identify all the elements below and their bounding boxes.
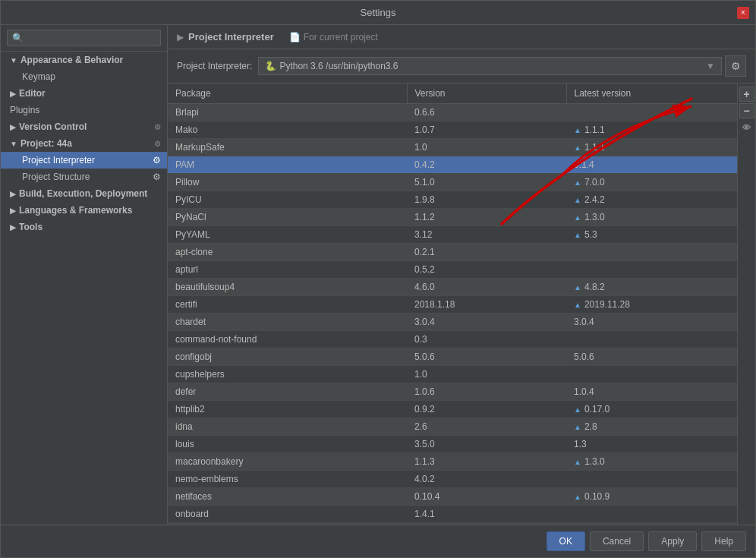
table-row[interactable]: httplib20.9.2▲0.17.0 (168, 401, 737, 418)
update-arrow-icon: ▲ (574, 126, 581, 134)
sidebar-label: Version Control (19, 121, 87, 132)
col-header-version: Version (407, 84, 566, 104)
table-row[interactable]: nemo-emblems4.0.2 (168, 471, 737, 488)
package-name-cell: apturl (168, 261, 407, 279)
table-row[interactable]: beautifulsoup44.6.0▲4.8.2 (168, 279, 737, 296)
table-row[interactable]: Mako1.0.7▲1.1.1 (168, 121, 737, 139)
package-latest-cell (566, 366, 737, 383)
update-arrow-icon: ▲ (574, 213, 581, 222)
sidebar-item-languages[interactable]: ▶ Languages & Frameworks (1, 202, 167, 219)
table-row[interactable]: configobj5.0.65.0.6 (168, 348, 737, 366)
interpreter-gear-button[interactable]: ⚙ (725, 55, 746, 77)
sidebar-item-keymap[interactable]: Keymap (1, 68, 167, 85)
title-bar: Settings × (1, 1, 755, 25)
expand-arrow: ▼ (10, 56, 17, 65)
sidebar-item-project[interactable]: ▼ Project: 44a ⚙ (1, 135, 167, 152)
dropdown-arrow: ▼ (706, 61, 715, 71)
sidebar-label: Project: 44a (20, 138, 72, 149)
table-row[interactable]: Pillow5.1.0▲7.0.0 (168, 174, 737, 191)
package-latest-cell (566, 244, 737, 261)
sidebar-label: Tools (19, 222, 43, 232)
interpreter-label: Project Interpreter: (177, 61, 252, 71)
table-row[interactable]: certifi2018.1.18▲2019.11.28 (168, 296, 737, 314)
sidebar-label: Appearance & Behavior (20, 55, 123, 65)
add-package-button[interactable]: + (739, 87, 754, 102)
ok-button[interactable]: OK (547, 531, 585, 551)
table-row[interactable]: netifaces0.10.4▲0.10.9 (168, 488, 737, 506)
table-row[interactable]: apt-clone0.2.1 (168, 244, 737, 261)
table-row[interactable]: MarkupSafe1.0▲1.1.1 (168, 139, 737, 156)
sidebar-item-appearance-behavior[interactable]: ▼ Appearance & Behavior (1, 52, 167, 68)
package-version-cell: 1.4.1 (407, 506, 566, 523)
table-row[interactable]: PyNaCl1.1.2▲1.3.0 (168, 209, 737, 226)
expand-arrow: ▶ (10, 90, 16, 98)
table-row[interactable]: chardet3.0.43.0.4 (168, 314, 737, 331)
eye-button[interactable]: 👁 (739, 120, 754, 135)
table-row[interactable]: command-not-found0.3 (168, 331, 737, 348)
package-version-cell: 0.6.6 (407, 104, 566, 121)
package-version-cell: 4.2.1 (407, 523, 566, 525)
package-name-cell: onboard (168, 506, 407, 523)
package-table-container[interactable]: Package Version Latest version Brlapi0.6… (168, 84, 737, 525)
package-latest-cell: ▲4.8.0 (566, 523, 737, 525)
package-name-cell: nemo-emblems (168, 471, 407, 488)
apply-button[interactable]: Apply (648, 531, 697, 551)
sidebar-item-tools[interactable]: ▶ Tools (1, 219, 167, 235)
package-version-cell: 1.0 (407, 139, 566, 156)
package-latest-cell: ▲7.0.0 (566, 174, 737, 191)
cancel-button[interactable]: Cancel (590, 531, 644, 551)
table-header-row: Package Version Latest version (168, 84, 737, 104)
expand-arrow: ▼ (10, 140, 17, 148)
interpreter-row: Project Interpreter: 🐍 Python 3.6 /usr/b… (168, 49, 755, 84)
package-version-cell: 1.1.3 (407, 453, 566, 471)
package-latest-cell: 5.0.6 (566, 348, 737, 366)
sidebar-label: Keymap (22, 71, 55, 82)
table-row[interactable]: PAM0.4.20.1.4 (168, 156, 737, 174)
package-version-cell: 0.9.2 (407, 401, 566, 418)
sidebar-item-version-control[interactable]: ▶ Version Control ⚙ (1, 118, 167, 135)
table-row[interactable]: defer1.0.61.0.4 (168, 383, 737, 401)
table-row[interactable]: PyYAML3.12▲5.3 (168, 226, 737, 244)
table-row[interactable]: macaroonbakery1.1.3▲1.3.0 (168, 453, 737, 471)
search-input[interactable] (7, 30, 161, 46)
package-latest-cell: ▲1.3.0 (566, 209, 737, 226)
table-row[interactable]: PyICU1.9.8▲2.4.2 (168, 191, 737, 209)
table-row[interactable]: Brlapi0.6.6 (168, 104, 737, 121)
sidebar-item-editor[interactable]: ▶ Editor (1, 85, 167, 102)
sidebar-item-build[interactable]: ▶ Build, Execution, Deployment (1, 185, 167, 202)
package-name-cell: command-not-found (168, 331, 407, 348)
breadcrumb-subtitle: For current project (304, 32, 378, 43)
table-row[interactable]: louis3.5.01.3 (168, 436, 737, 453)
bottom-bar: OK Cancel Apply Help (1, 525, 755, 557)
package-version-cell: 0.10.4 (407, 488, 566, 506)
table-row[interactable]: apturl0.5.2 (168, 261, 737, 279)
close-button[interactable]: × (737, 7, 749, 19)
update-arrow-icon: ▲ (574, 301, 581, 309)
package-latest-cell: ▲1.1.1 (566, 139, 737, 156)
package-name-cell: PyYAML (168, 226, 407, 244)
table-row[interactable]: cupshelpers1.0 (168, 366, 737, 383)
sidebar-item-project-interpreter[interactable]: Project Interpreter ⚙ (1, 152, 167, 169)
package-table-body: Brlapi0.6.6Mako1.0.7▲1.1.1MarkupSafe1.0▲… (168, 104, 737, 525)
interpreter-config-icon: ⚙ (153, 155, 161, 166)
sidebar-item-plugins[interactable]: Plugins (1, 102, 167, 118)
update-arrow-icon: ▲ (574, 423, 581, 431)
table-row[interactable]: onboard1.4.1 (168, 506, 737, 523)
package-name-cell: chardet (168, 314, 407, 331)
main-panel: ▶ Project Interpreter 📄 For current proj… (168, 25, 755, 525)
package-latest-cell: ▲2019.11.28 (566, 296, 737, 314)
sidebar-item-project-structure[interactable]: Project Structure ⚙ (1, 169, 167, 185)
package-name-cell: configobj (168, 348, 407, 366)
breadcrumb-arrow: ▶ (177, 32, 184, 43)
package-version-cell: 5.1.0 (407, 174, 566, 191)
remove-package-button[interactable]: − (739, 103, 754, 118)
sidebar-label: Project Interpreter (22, 155, 95, 166)
table-row[interactable]: pexpect4.2.1▲4.8.0 (168, 523, 737, 525)
package-version-cell: 1.0 (407, 366, 566, 383)
sidebar-label: Languages & Frameworks (19, 205, 132, 216)
package-version-cell: 2018.1.18 (407, 296, 566, 314)
package-name-cell: cupshelpers (168, 366, 407, 383)
table-row[interactable]: idna2.6▲2.8 (168, 418, 737, 436)
interpreter-selector[interactable]: 🐍 Python 3.6 /usr/bin/python3.6 ▼ (258, 57, 722, 75)
help-button[interactable]: Help (701, 531, 746, 551)
